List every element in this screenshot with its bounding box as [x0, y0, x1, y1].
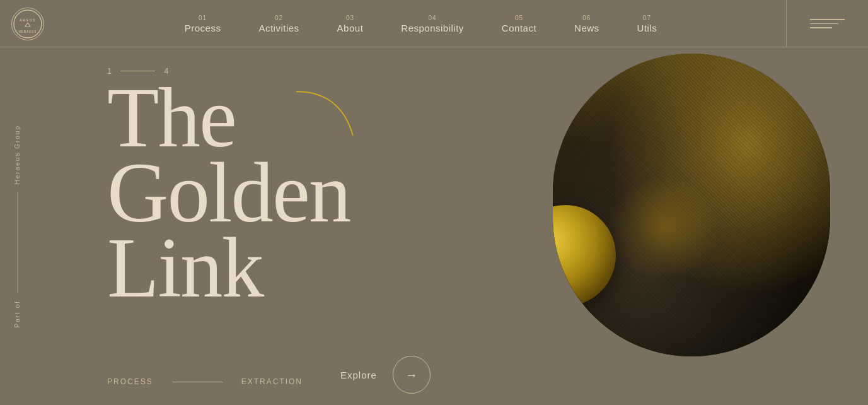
explore-section: Explore →	[340, 356, 431, 394]
nav-num-news: 06	[582, 15, 591, 21]
svg-text:ARGOS: ARGOS	[20, 18, 36, 22]
hamburger-icon	[810, 19, 845, 28]
nav-item-about[interactable]: 03 About	[318, 15, 383, 33]
svg-marker-2	[25, 23, 30, 26]
logo-circle: ARGOS HERAEUS	[11, 8, 44, 40]
process-bar: Process Extraction	[107, 377, 303, 386]
hero-image-panel	[553, 54, 830, 356]
nav-num-process: 01	[199, 15, 207, 21]
hamburger-line-2	[810, 23, 838, 25]
svg-point-0	[14, 10, 42, 38]
part-of-label: Part of	[14, 300, 21, 327]
nav-num-activities: 02	[275, 15, 283, 21]
nav-menu-toggle[interactable]	[786, 0, 868, 47]
sidebar-left: Heraeus Group Part of	[14, 47, 21, 405]
nav-label-about: About	[337, 23, 364, 33]
main-nav: ARGOS HERAEUS 01 Process 02 Activities 0…	[0, 0, 868, 47]
nav-num-utils: 07	[643, 15, 651, 21]
main-content: Heraeus Group Part of 1 4 The Golden Lin…	[0, 47, 868, 405]
nav-label-utils: Utils	[637, 23, 657, 33]
nav-label-activities: Activities	[258, 23, 299, 33]
extraction-label: Extraction	[241, 377, 303, 386]
sidebar-divider	[17, 192, 18, 293]
hamburger-line-1	[810, 19, 845, 20]
nav-label-responsibility: Responsibility	[401, 23, 464, 33]
process-arrow	[172, 382, 223, 382]
heraeus-group-label: Heraeus Group	[14, 125, 21, 184]
nav-num-about: 03	[346, 15, 354, 21]
process-label: Process	[107, 377, 153, 386]
nav-label-news: News	[574, 23, 599, 33]
nav-num-responsibility: 04	[429, 15, 437, 21]
nav-item-utils[interactable]: 07 Utils	[618, 15, 676, 33]
nav-item-process[interactable]: 01 Process	[166, 15, 240, 33]
nav-item-responsibility[interactable]: 04 Responsibility	[382, 15, 483, 33]
nav-label-process: Process	[185, 23, 221, 33]
gold-highlight	[608, 175, 719, 281]
hero-image-inner	[553, 54, 830, 356]
nav-item-news[interactable]: 06 News	[555, 15, 618, 33]
hamburger-line-3	[810, 27, 832, 28]
process-line	[172, 382, 223, 382]
nav-items: 01 Process 02 Activities 03 About 04 Res…	[55, 15, 786, 33]
curve-decoration	[290, 85, 366, 151]
nav-border	[0, 47, 868, 47]
nav-num-contact: 05	[515, 15, 523, 21]
svg-text:HERAEUS: HERAEUS	[18, 30, 37, 33]
logo[interactable]: ARGOS HERAEUS	[0, 0, 55, 47]
nav-item-activities[interactable]: 02 Activities	[240, 15, 318, 33]
nav-item-contact[interactable]: 05 Contact	[483, 15, 555, 33]
arrow-right-icon: →	[405, 368, 418, 382]
nav-label-contact: Contact	[502, 23, 536, 33]
hero-title-golden: Golden	[107, 156, 350, 231]
explore-label: Explore	[340, 370, 377, 380]
hero-title-link: Link	[107, 231, 350, 306]
explore-button[interactable]: →	[393, 356, 431, 394]
